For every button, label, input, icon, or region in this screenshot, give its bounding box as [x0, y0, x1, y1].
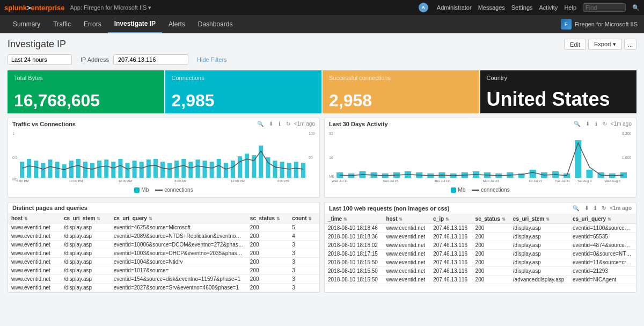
admin-label[interactable]: Administrator — [437, 4, 472, 11]
legend-mb-label: Mb — [141, 187, 149, 193]
svg-rect-38 — [245, 154, 249, 178]
cell-req-host: www.eventid.net — [383, 241, 430, 250]
svg-rect-21 — [125, 163, 129, 178]
activity-chart-title: Last 30 Days Activity — [329, 121, 388, 127]
activity-label[interactable]: Activity — [539, 4, 558, 11]
cell-req-cs-uri-query: eventid=11&source=crypt32&e — [569, 258, 636, 267]
col-host[interactable]: host ⇅ — [8, 214, 61, 223]
nav-investigate-ip[interactable]: Investigate IP — [108, 15, 162, 33]
cell-sc-status: 200 — [247, 241, 289, 249]
traffic-chart-header: Traffic vs Connections 🔍 ⬇ ℹ ↻ <1m ago — [8, 118, 319, 129]
svg-rect-22 — [133, 161, 137, 178]
svg-rect-14 — [76, 159, 80, 178]
traffic-download-icon[interactable]: ⬇ — [267, 120, 275, 127]
cell-sc-status: 200 — [247, 284, 289, 292]
cell-c-ip: 207.46.13.116 — [430, 267, 472, 276]
export-button[interactable]: Export ▾ — [588, 39, 622, 50]
cell-sc-status: 200 — [247, 223, 289, 232]
traffic-chart-time: <1m ago — [294, 121, 315, 127]
cell-cs-uri-query: eventid=1003&source=DHCP&eventno=2035&ph… — [111, 249, 247, 258]
settings-label[interactable]: Settings — [511, 4, 533, 11]
svg-text:10:00 PM: 10:00 PM — [69, 179, 83, 183]
svg-text:Sun Jul 15: Sun Jul 15 — [383, 179, 399, 183]
cell-time: 2018-08-10 18:15:50 — [325, 276, 383, 284]
traffic-zoom-icon[interactable]: 🔍 — [255, 120, 265, 127]
stat-connections-title: Connections — [172, 75, 316, 81]
stat-total-bytes-value: 16,768,605 — [14, 92, 158, 109]
svg-text:50: 50 — [309, 156, 313, 160]
svg-rect-8 — [34, 161, 38, 178]
stat-total-bytes: Total Bytes 16,768,605 — [8, 70, 164, 113]
find-input[interactable] — [583, 3, 626, 12]
requests-download-icon[interactable]: ⬇ — [583, 205, 590, 212]
cell-req-host: www.eventid.net — [383, 267, 430, 276]
stat-country-title: Country — [487, 75, 631, 81]
svg-rect-44 — [287, 163, 291, 178]
cell-c-ip: 207.46.13.116 — [430, 224, 472, 233]
cell-sc-status: 200 — [247, 232, 289, 241]
activity-refresh-icon[interactable]: ↻ — [601, 120, 609, 127]
cell-req-cs-uri-stem: /display.asp — [510, 224, 569, 233]
col-cs-uri-stem[interactable]: cs_uri_stem ⇅ — [61, 214, 111, 223]
activity-chart-time: <1m ago — [611, 121, 632, 127]
distinct-table-row: www.eventid.net /display.asp eventid=462… — [8, 223, 319, 232]
cell-cs-uri-query: eventid=2089&source=NTDS+Replication&eve… — [111, 232, 247, 241]
cell-time: 2018-08-10 18:18:46 — [325, 224, 383, 233]
help-label[interactable]: Help — [564, 4, 576, 11]
svg-text:4:00 PM: 4:00 PM — [277, 179, 289, 183]
legend-connections-line — [155, 190, 163, 191]
traffic-info-icon[interactable]: ℹ — [277, 120, 282, 127]
stat-connections: Connections 2,985 — [165, 70, 322, 113]
col-req-cs-uri-query[interactable]: cs_uri_query ⇅ — [569, 214, 636, 224]
cell-req-sc-status: 200 — [472, 258, 510, 267]
requests-table-row: 2018-08-10 18:15:50 www.eventid.net 207.… — [325, 258, 636, 267]
more-button[interactable]: ... — [624, 39, 636, 50]
requests-info-icon[interactable]: ℹ — [592, 205, 598, 212]
requests-table-row: 2018-08-10 18:18:36 www.eventid.net 207.… — [325, 233, 636, 241]
edit-button[interactable]: Edit — [564, 39, 586, 50]
svg-rect-17 — [97, 161, 101, 178]
requests-refresh-icon[interactable]: ↻ — [600, 205, 608, 212]
col-req-host[interactable]: host ⇅ — [383, 214, 430, 224]
traffic-refresh-icon[interactable]: ↻ — [284, 120, 292, 127]
activity-info-icon[interactable]: ℹ — [594, 120, 599, 127]
activity-download-icon[interactable]: ⬇ — [584, 120, 591, 127]
cell-count: 3 — [289, 249, 319, 258]
requests-zoom-icon[interactable]: 🔍 — [571, 205, 581, 212]
ip-address-input[interactable] — [113, 54, 188, 65]
distinct-table-panel: Distinct pages and queries host ⇅ cs_uri… — [8, 202, 320, 293]
activity-legend-mb: Mb — [451, 187, 465, 193]
svg-text:16: 16 — [329, 156, 333, 160]
messages-label[interactable]: Messages — [478, 4, 505, 11]
cell-count: 4 — [289, 232, 319, 241]
hide-filters-link[interactable]: Hide Filters — [197, 56, 227, 63]
svg-text:6:00 AM: 6:00 AM — [174, 179, 186, 183]
distinct-table-row: www.eventid.net /display.asp eventid=202… — [8, 284, 319, 292]
svg-text:Sat Aug 4: Sat Aug 4 — [577, 179, 592, 183]
stat-total-bytes-title: Total Bytes — [14, 75, 158, 81]
nav-summary[interactable]: Summary — [6, 15, 47, 33]
requests-table-row: 2018-08-10 18:18:02 www.eventid.net 207.… — [325, 241, 636, 250]
time-range-select[interactable]: Last 24 hours — [8, 54, 72, 65]
nav-dashboards[interactable]: Dashboards — [192, 15, 239, 33]
col-sc-status[interactable]: sc_status ⇅ — [247, 214, 289, 223]
cell-req-host: www.eventid.net — [383, 258, 430, 267]
nav-errors[interactable]: Errors — [77, 15, 108, 33]
admin-badge: A — [419, 3, 428, 12]
col-count[interactable]: count ⇅ — [289, 214, 319, 223]
nav-alerts[interactable]: Alerts — [162, 15, 192, 33]
activity-chart-legend: Mb connections — [329, 185, 632, 195]
cell-req-sc-status: 200 — [472, 233, 510, 241]
cell-sc-status: 200 — [247, 258, 289, 266]
col-c-ip[interactable]: c_ip ⇅ — [430, 214, 472, 224]
col-time[interactable]: _time ⇅ — [325, 214, 383, 224]
col-req-sc-status[interactable]: sc_status ⇅ — [472, 214, 510, 224]
cell-cs-uri-query: eventid=4625&source=Microsoft — [111, 223, 247, 232]
activity-zoom-icon[interactable]: 🔍 — [572, 120, 582, 127]
col-cs-uri-query[interactable]: cs_uri_query ⇅ — [111, 214, 247, 223]
col-req-cs-uri-stem[interactable]: cs_uri_stem ⇅ — [510, 214, 569, 224]
activity-chart-panel: Last 30 Days Activity 🔍 ⬇ ℹ ↻ <1m ago 32… — [324, 118, 636, 198]
nav-traffic[interactable]: Traffic — [47, 15, 77, 33]
cell-count: 5 — [289, 223, 319, 232]
svg-rect-15 — [83, 162, 87, 178]
